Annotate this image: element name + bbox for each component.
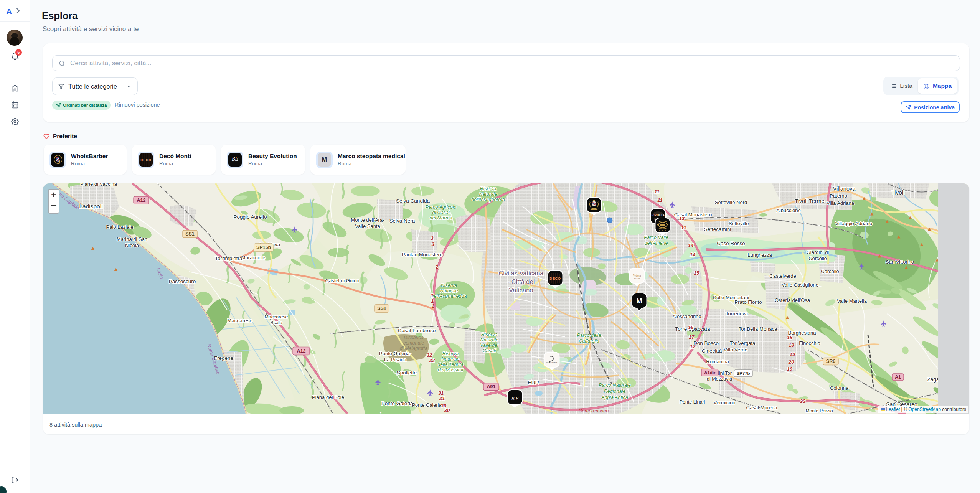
svg-text:A12: A12: [297, 348, 306, 354]
svg-text:Appia Antica: Appia Antica: [601, 395, 628, 400]
svg-text:17: 17: [689, 334, 695, 340]
svg-text:Tor Bella Monaca: Tor Bella Monaca: [739, 326, 777, 332]
svg-text:dell'Aniene: dell'Aniene: [645, 241, 668, 246]
svg-text:Muracciole: Muracciole: [241, 255, 266, 261]
svg-text:A1dir: A1dir: [704, 370, 716, 375]
svg-text:Valle Santa: Valle Santa: [355, 223, 380, 229]
svg-text:Marina di San: Marina di San: [117, 236, 147, 242]
svg-text:dell'Acquafredda: dell'Acquafredda: [431, 293, 467, 299]
svg-text:Velvet: Velvet: [633, 274, 641, 277]
svg-text:Alessandrino: Alessandrino: [672, 313, 701, 319]
svg-text:Villa Adriana: Villa Adriana: [827, 200, 855, 206]
svg-text:Scalo: Scalo: [270, 320, 282, 325]
svg-text:Villa Verde: Villa Verde: [724, 347, 747, 353]
svg-text:18: 18: [787, 335, 793, 340]
svg-text:Riserva: Riserva: [481, 332, 497, 337]
svg-text:Maccarese: Maccarese: [227, 318, 252, 323]
svg-text:Riserva: Riserva: [441, 283, 457, 288]
svg-text:11: 11: [654, 189, 660, 195]
svg-text:Corcolle: Corcolle: [808, 256, 827, 261]
svg-text:dell'Insugherota: dell'Insugherota: [471, 197, 505, 202]
svg-text:Monte Porzio: Monte Porzio: [806, 408, 833, 414]
svg-text:Villanova: Villanova: [833, 186, 856, 192]
svg-text:MASSOTERAPIA: MASSOTERAPIA: [546, 362, 558, 363]
svg-text:Setteville: Setteville: [729, 221, 749, 226]
svg-text:Tivoli Terme: Tivoli Terme: [795, 198, 824, 204]
svg-text:Tor Vergata: Tor Vergata: [730, 340, 756, 346]
svg-text:Don Bosco: Don Bosco: [693, 340, 719, 346]
svg-text:Casali: Casali: [483, 348, 497, 353]
svg-text:di Mezzavia: di Mezzavia: [707, 376, 732, 382]
svg-text:Colle Monfortani: Colle Monfortani: [713, 295, 749, 300]
svg-text:dei Massimi: dei Massimi: [438, 367, 464, 373]
svg-text:Torrenova: Torrenova: [726, 311, 748, 317]
svg-text:Lunghezza: Lunghezza: [747, 252, 772, 258]
svg-text:Naturale: Naturale: [479, 191, 497, 197]
svg-text:La Pisana: La Pisana: [384, 357, 407, 363]
svg-text:17: 17: [690, 344, 696, 350]
svg-text:Colonna: Colonna: [830, 385, 849, 391]
svg-text:SP77b: SP77b: [736, 371, 750, 376]
svg-text:1: 1: [431, 293, 433, 298]
svg-text:San Vittorino: San Vittorino: [886, 259, 914, 265]
svg-text:Riserva: Riserva: [442, 351, 459, 356]
svg-text:16: 16: [688, 325, 694, 330]
svg-text:31: 31: [439, 396, 445, 401]
svg-text:Setteville Nord: Setteville Nord: [715, 200, 747, 205]
svg-text:32: 32: [429, 358, 435, 363]
svg-text:SP15b: SP15b: [256, 245, 271, 250]
svg-text:di Casal: di Casal: [432, 210, 450, 215]
svg-text:Selva Nera: Selva Nera: [389, 218, 415, 224]
svg-text:M: M: [637, 297, 642, 305]
svg-text:Giardini di: Giardini di: [807, 249, 829, 255]
svg-text:Castel di Guido: Castel di Guido: [325, 278, 360, 284]
svg-text:Cinecittà: Cinecittà: [702, 348, 722, 354]
svg-text:Paterno: Paterno: [830, 193, 847, 199]
svg-text:14: 14: [688, 242, 694, 248]
svg-text:Ponte Linari: Ponte Linari: [680, 399, 705, 405]
svg-text:Zaga: Zaga: [927, 376, 939, 383]
svg-text:Parco Agricolo: Parco Agricolo: [426, 204, 457, 210]
svg-text:RIVOLTA: RIVOLTA: [652, 213, 665, 217]
svg-text:Villaggio Adriano: Villaggio Adriano: [835, 221, 873, 226]
svg-text:Naturale: Naturale: [441, 356, 459, 362]
svg-text:Regionale: Regionale: [604, 389, 625, 394]
svg-text:SS1: SS1: [185, 231, 195, 237]
svg-text:11: 11: [657, 197, 663, 203]
svg-text:Casal Lumbroso: Casal Lumbroso: [398, 328, 436, 333]
svg-text:14: 14: [690, 252, 696, 257]
svg-text:Case Rosse: Case Rosse: [717, 241, 745, 246]
svg-text:Poggio Aurelio: Poggio Aurelio: [233, 214, 267, 220]
svg-text:della Tenuta: della Tenuta: [437, 362, 464, 367]
svg-text:Tivoli: Tivoli: [891, 189, 905, 196]
svg-text:23: 23: [800, 398, 806, 404]
svg-text:Valle Castiglione: Valle Castiglione: [782, 282, 818, 288]
svg-text:20: 20: [788, 359, 794, 365]
svg-text:3: 3: [431, 235, 434, 241]
svg-text:Discarica: Discarica: [404, 335, 423, 340]
svg-text:Torrimpietra: Torrimpietra: [215, 256, 243, 261]
svg-text:30: 30: [444, 407, 450, 413]
svg-text:Ponte Galeria-: Ponte Galeria-: [379, 351, 411, 356]
svg-text:Comprensorio: Comprensorio: [579, 408, 609, 414]
svg-text:Ponte Galeria: Ponte Galeria: [381, 401, 413, 406]
svg-text:Monte dell'Ara-: Monte dell'Ara-: [351, 217, 384, 223]
svg-text:- Città del: - Città del: [508, 278, 535, 285]
svg-text:Selva Candida: Selva Candida: [396, 198, 430, 204]
svg-text:Naturale: Naturale: [440, 288, 458, 293]
svg-text:Finocchio: Finocchio: [799, 340, 820, 346]
svg-text:Passoscuro: Passoscuro: [169, 279, 196, 284]
svg-text:SR6: SR6: [826, 359, 835, 364]
svg-text:Riserva: Riserva: [480, 186, 496, 191]
svg-text:Vaticano: Vaticano: [509, 287, 533, 293]
svg-text:di Malagrotta: di Malagrotta: [400, 346, 427, 351]
svg-text:Settecamini: Settecamini: [704, 226, 731, 232]
svg-text:A1: A1: [895, 374, 901, 380]
svg-text:Spallette: Spallette: [397, 370, 417, 376]
svg-text:del Marmo: del Marmo: [429, 215, 452, 221]
svg-text:1: 1: [431, 303, 434, 309]
svg-text:A91: A91: [487, 384, 496, 389]
svg-text:19: 19: [790, 351, 795, 357]
svg-text:32: 32: [427, 352, 432, 358]
svg-text:Casal Morena: Casal Morena: [746, 405, 778, 411]
